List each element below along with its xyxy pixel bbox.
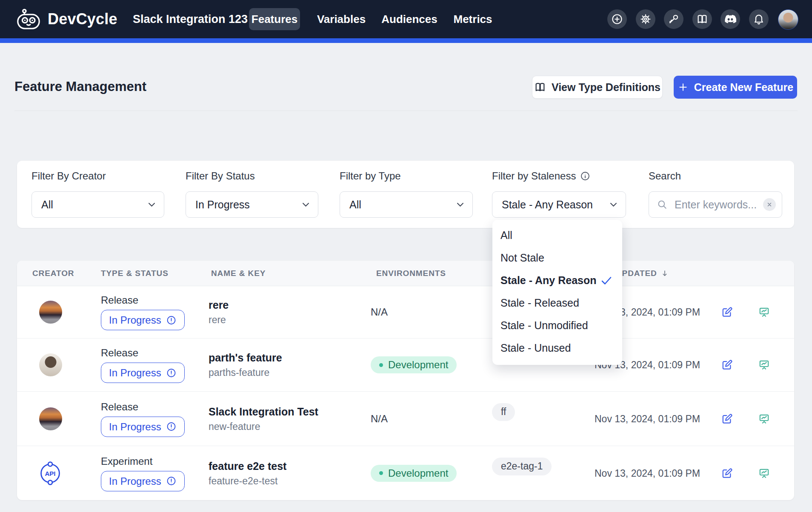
chart-board-icon bbox=[758, 359, 770, 371]
environments-cell: N/A bbox=[371, 306, 388, 318]
discord-icon bbox=[724, 13, 736, 25]
name-key-cell[interactable]: feature e2e test feature-e2e-test bbox=[209, 460, 286, 486]
name-key-cell[interactable]: parth's feature parths-feature bbox=[209, 352, 282, 378]
staleness-option-all[interactable]: All bbox=[492, 224, 622, 247]
environments-cell: N/A bbox=[371, 413, 388, 425]
api-keys-button[interactable] bbox=[664, 9, 683, 29]
environment-badge: Development bbox=[371, 356, 457, 373]
table-row[interactable]: Release In Progress Slack Integration Te… bbox=[17, 392, 794, 446]
environment-badge: Development bbox=[371, 465, 457, 482]
environments-cell: Development bbox=[371, 465, 457, 482]
tab-variables[interactable]: Variables bbox=[322, 8, 361, 30]
column-header-name-key[interactable]: NAME & KEY bbox=[211, 261, 266, 286]
user-avatar[interactable] bbox=[778, 9, 798, 30]
accent-bar bbox=[0, 38, 812, 43]
column-header-environments[interactable]: ENVIRONMENTS bbox=[376, 261, 446, 286]
status-badge[interactable]: In Progress bbox=[101, 416, 185, 437]
env-dot-icon bbox=[379, 471, 383, 475]
key-icon bbox=[668, 13, 680, 25]
notifications-button[interactable] bbox=[749, 9, 769, 29]
filter-type-label: Filter by Type bbox=[340, 170, 401, 182]
view-type-definitions-button[interactable]: View Type Definitions bbox=[532, 76, 663, 99]
filter-type-select[interactable]: All bbox=[340, 191, 473, 218]
updated-cell: Nov 13, 2024, 01:09 PM bbox=[595, 467, 700, 479]
staleness-option-not-stale[interactable]: Not Stale bbox=[492, 247, 622, 269]
alert-circle-icon bbox=[166, 367, 177, 378]
table-row[interactable]: API Experiment In Progress feature e2e t… bbox=[17, 446, 794, 500]
type-status-cell: Release In Progress bbox=[101, 347, 185, 383]
tab-metrics[interactable]: Metrics bbox=[457, 8, 489, 30]
plus-icon bbox=[678, 82, 689, 93]
brand: DevCycle bbox=[15, 0, 117, 38]
check-icon bbox=[601, 276, 612, 285]
alert-circle-icon bbox=[166, 315, 177, 325]
create-new-feature-button[interactable]: Create New Feature bbox=[674, 76, 797, 99]
settings-button[interactable] bbox=[636, 9, 655, 29]
api-creator-icon: API bbox=[39, 461, 61, 486]
chevron-down-icon bbox=[148, 202, 155, 207]
feature-metrics-button[interactable] bbox=[758, 467, 770, 479]
column-header-updated[interactable]: UPDATED bbox=[616, 261, 669, 286]
status-badge[interactable]: In Progress bbox=[101, 310, 185, 330]
search-box[interactable] bbox=[649, 191, 782, 218]
column-header-creator[interactable]: CREATOR bbox=[32, 261, 74, 286]
tag-pill: e2e-tag-1 bbox=[492, 458, 552, 475]
creator-cell bbox=[39, 353, 62, 376]
docs-button[interactable] bbox=[692, 9, 712, 29]
filter-bar: Filter By Creator All Filter By Status I… bbox=[17, 161, 794, 228]
sort-desc-icon bbox=[660, 269, 669, 278]
environments-cell: Development bbox=[371, 356, 457, 373]
type-status-cell: Release In Progress bbox=[101, 294, 185, 330]
table-row[interactable]: Release In Progress parth's feature part… bbox=[17, 338, 794, 391]
tab-features[interactable]: Features bbox=[249, 8, 300, 30]
filter-creator-select[interactable]: All bbox=[31, 191, 164, 218]
feature-metrics-button[interactable] bbox=[758, 412, 770, 425]
type-status-cell: Release In Progress bbox=[101, 401, 185, 437]
brand-name: DevCycle bbox=[48, 10, 117, 28]
status-badge[interactable]: In Progress bbox=[101, 471, 185, 491]
feature-metrics-button[interactable] bbox=[758, 306, 770, 319]
project-selector[interactable]: Slack Integration 123 bbox=[133, 0, 261, 38]
creator-avatar bbox=[39, 353, 62, 376]
staleness-option-stale-unused[interactable]: Stale - Unused bbox=[492, 337, 622, 359]
chevron-down-icon bbox=[610, 202, 617, 207]
chevron-down-icon bbox=[302, 202, 309, 207]
column-header-type-status[interactable]: TYPE & STATUS bbox=[101, 261, 169, 286]
top-navbar: DevCycle Slack Integration 123 Features … bbox=[0, 0, 812, 38]
filter-status-select[interactable]: In Progress bbox=[186, 191, 318, 218]
edit-pencil-icon bbox=[721, 412, 733, 425]
edit-feature-button[interactable] bbox=[721, 306, 733, 319]
tab-audiences[interactable]: Audiences bbox=[387, 8, 432, 30]
staleness-option-stale-any-reason[interactable]: Stale - Any Reason bbox=[492, 269, 622, 292]
staleness-option-stale-released[interactable]: Stale - Released bbox=[492, 292, 622, 314]
bell-icon bbox=[753, 13, 765, 25]
svg-text:API: API bbox=[45, 469, 55, 477]
status-badge[interactable]: In Progress bbox=[101, 363, 185, 383]
creator-avatar bbox=[39, 407, 62, 430]
staleness-dropdown-menu: All Not Stale Stale - Any Reason Stale -… bbox=[492, 220, 622, 365]
alert-circle-icon bbox=[166, 476, 177, 486]
edit-feature-button[interactable] bbox=[721, 412, 733, 425]
name-key-cell[interactable]: Slack Integration Test new-feature bbox=[209, 405, 318, 432]
chevron-down-icon bbox=[457, 202, 464, 207]
creator-avatar bbox=[39, 301, 62, 324]
edit-feature-button[interactable] bbox=[721, 359, 733, 371]
staleness-option-stale-unmodified[interactable]: Stale - Unmodified bbox=[492, 314, 622, 337]
clear-search-button[interactable] bbox=[763, 198, 776, 211]
feature-metrics-button[interactable] bbox=[758, 359, 770, 371]
edit-feature-button[interactable] bbox=[721, 467, 733, 479]
discord-button[interactable] bbox=[721, 9, 740, 29]
chart-board-icon bbox=[758, 467, 770, 479]
search-icon bbox=[657, 199, 668, 210]
filter-staleness-select[interactable]: Stale - Any Reason bbox=[492, 191, 626, 218]
chart-board-icon bbox=[758, 306, 770, 319]
name-key-cell[interactable]: rere rere bbox=[209, 299, 229, 326]
add-button[interactable] bbox=[607, 9, 627, 29]
table-row[interactable]: Release In Progress rere rere N/A Nov 13… bbox=[17, 286, 794, 338]
creator-cell: API bbox=[39, 461, 61, 486]
type-status-cell: Experiment In Progress bbox=[101, 455, 185, 491]
info-icon[interactable] bbox=[580, 171, 590, 181]
env-dot-icon bbox=[379, 363, 383, 367]
tags-cell: ff bbox=[492, 403, 515, 421]
search-input[interactable] bbox=[674, 198, 757, 211]
